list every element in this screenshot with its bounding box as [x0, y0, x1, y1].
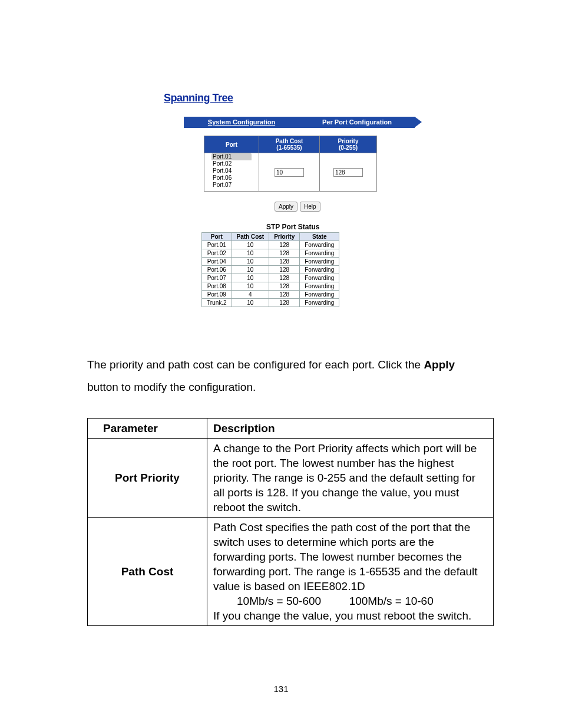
status-cell: 10 — [232, 274, 269, 282]
status-row: Port.094128Forwarding — [202, 291, 339, 299]
port-option[interactable]: Port.01 — [211, 153, 252, 160]
status-cell: Port.06 — [202, 266, 232, 274]
port-config-table: Port Path Cost (1-65535) Priority (0-255… — [204, 136, 377, 192]
body-apply-bold: Apply — [424, 358, 455, 371]
status-cell: 128 — [269, 266, 300, 274]
status-cell: Forwarding — [300, 249, 339, 258]
status-row: Port.0210128Forwarding — [202, 249, 339, 258]
port-option[interactable]: Port.06 — [211, 174, 252, 182]
port-option[interactable]: Port.02 — [211, 160, 252, 167]
col-priority: Priority (0-255) — [320, 136, 377, 153]
tab-flag-icon — [415, 117, 422, 127]
desc-param-port-priority: Port Priority — [88, 439, 207, 518]
status-col-state: State — [300, 233, 339, 241]
port-listbox[interactable]: Port.01Port.02Port.04Port.06Port.07 — [211, 153, 252, 191]
body-part2: button to modify the configuration. — [87, 381, 256, 393]
status-row: Port.0110128Forwarding — [202, 241, 339, 249]
button-row: Apply Help — [275, 202, 320, 212]
status-cell: Port.04 — [202, 258, 232, 266]
status-col-port: Port — [202, 233, 232, 241]
col-path-cost: Path Cost (1-65535) — [259, 136, 320, 153]
stp-status-title: STP Port Status — [266, 223, 319, 231]
page-number: 131 — [0, 684, 562, 694]
status-cell: Forwarding — [300, 282, 339, 291]
status-row: Port.0810128Forwarding — [202, 282, 339, 291]
status-row: Port.0710128Forwarding — [202, 274, 339, 282]
status-col-path-cost: Path Cost — [232, 233, 269, 241]
desc-text-port-priority: A change to the Port Priority affects wh… — [207, 439, 494, 518]
desc-header-description: Description — [207, 419, 494, 439]
priority-input[interactable] — [333, 168, 363, 177]
apply-button[interactable]: Apply — [275, 202, 297, 212]
tab-per-port-configuration[interactable]: Per Port Configuration — [299, 117, 415, 128]
desc-param-path-cost: Path Cost — [88, 518, 207, 626]
desc-path-cost-speeds: 10Mb/s = 50-600 100Mb/s = 10-60 — [213, 594, 434, 608]
status-cell: 10 — [232, 282, 269, 291]
status-cell: Forwarding — [300, 266, 339, 274]
body-part1: The priority and path cost can be config… — [87, 358, 424, 371]
status-cell: 128 — [269, 274, 300, 282]
status-cell: Port.02 — [202, 249, 232, 258]
tab-system-link[interactable]: System Configuration — [208, 118, 275, 126]
tab-strip: System Configuration Per Port Configurat… — [184, 117, 415, 128]
config-screenshot: Spanning Tree System Configuration Per P… — [79, 84, 504, 328]
desc-header-parameter: Parameter — [88, 419, 207, 439]
desc-text-path-cost: Path Cost specifies the path cost of the… — [207, 518, 494, 626]
status-cell: 128 — [269, 282, 300, 291]
status-cell: Port.09 — [202, 291, 232, 299]
status-cell: 128 — [269, 291, 300, 299]
status-cell: 128 — [269, 249, 300, 258]
status-cell: Port.01 — [202, 241, 232, 249]
status-cell: Forwarding — [300, 258, 339, 266]
status-cell: 128 — [269, 258, 300, 266]
status-col-priority: Priority — [269, 233, 300, 241]
status-cell: Forwarding — [300, 291, 339, 299]
status-cell: 10 — [232, 299, 269, 307]
status-cell: 10 — [232, 249, 269, 258]
desc-path-cost-line1: Path Cost specifies the path cost of the… — [213, 521, 478, 592]
status-cell: 10 — [232, 241, 269, 249]
status-cell: 4 — [232, 291, 269, 299]
status-row: Port.0410128Forwarding — [202, 258, 339, 266]
tab-system-configuration[interactable]: System Configuration — [184, 117, 299, 128]
status-row: Trunk.210128Forwarding — [202, 299, 339, 307]
col-port: Port — [204, 136, 259, 153]
stp-status-table: Port Path Cost Priority State Port.01101… — [201, 232, 339, 307]
status-cell: Forwarding — [300, 274, 339, 282]
status-cell: Port.08 — [202, 282, 232, 291]
port-option[interactable]: Port.04 — [211, 167, 252, 174]
status-cell: Forwarding — [300, 241, 339, 249]
status-cell: 10 — [232, 266, 269, 274]
status-cell: 10 — [232, 258, 269, 266]
status-cell: 128 — [269, 241, 300, 249]
help-button[interactable]: Help — [300, 202, 320, 212]
body-paragraph: The priority and path cost can be config… — [87, 354, 485, 398]
desc-path-cost-line3: If you change the value, you must reboot… — [213, 610, 471, 622]
path-cost-input[interactable] — [275, 168, 304, 177]
status-row: Port.0610128Forwarding — [202, 266, 339, 274]
screenshot-title: Spanning Tree — [164, 92, 233, 104]
status-cell: Forwarding — [300, 299, 339, 307]
status-cell: Trunk.2 — [202, 299, 232, 307]
tab-per-port-label: Per Port Configuration — [322, 118, 392, 126]
port-option[interactable]: Port.07 — [211, 182, 252, 189]
parameter-description-table: Parameter Description Port Priority A ch… — [87, 418, 494, 626]
status-cell: Port.07 — [202, 274, 232, 282]
status-cell: 128 — [269, 299, 300, 307]
